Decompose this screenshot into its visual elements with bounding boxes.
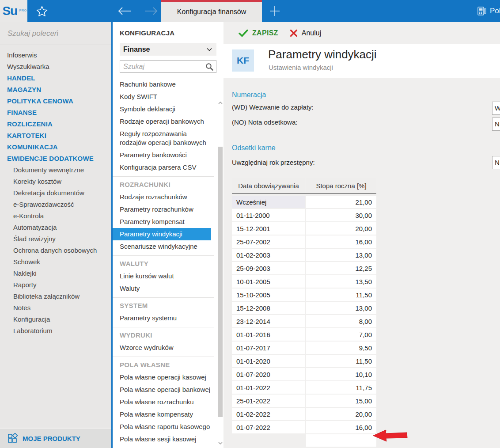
my-products-button[interactable]: MOJE PRODUKTY [0,428,111,448]
config-list-item[interactable]: Pola własne wyciągu bankowego [113,445,214,448]
sidebar-item[interactable]: Dekretacja dokumentów [0,187,111,199]
app-logo[interactable]: Su PRO [0,0,27,22]
table-row[interactable]: 01-07-2022 16,00 [232,421,376,433]
table-row[interactable]: 01-11-2000 30,00 [232,209,376,221]
table-row[interactable]: 25-07-2002 16,00 [232,235,376,248]
table-cell-date[interactable]: 01-01-2022 [232,381,305,394]
language-region-indicator[interactable]: Pols [477,0,500,22]
table-cell-rate[interactable]: 11,50 [306,289,376,301]
config-list-item[interactable]: Scenariusze windykacyjne [113,240,214,253]
table-cell-date[interactable]: 10-01-2005 [232,275,305,288]
table-row[interactable]: 23-12-2014 8,00 [232,315,376,327]
table-cell-date[interactable]: 01-02-2003 [232,249,305,261]
field-wd-input[interactable]: W [492,102,500,115]
cancel-button[interactable]: Anuluj [290,29,321,37]
config-search[interactable] [120,60,216,73]
sidebar-item[interactable]: MAGAZYN [0,84,111,95]
table-cell-rate[interactable]: 7,00 [306,328,376,341]
table-cell-rate[interactable]: 11,50 [306,355,376,367]
config-list-item[interactable]: Kody SWIFT [113,91,214,103]
table-cell-date[interactable]: 01-07-2022 [232,421,305,433]
sidebar-item[interactable]: HANDEL [0,72,111,84]
sidebar-item[interactable]: Dokumenty wewnętrzne [0,164,111,176]
table-row[interactable]: Wcześniej 21,00 [232,196,376,208]
table-cell-rate[interactable]: 8,00 [306,315,376,327]
table-cell-rate[interactable]: 15,00 [306,395,376,407]
table-row[interactable]: 01-01-2022 11,75 [232,381,376,394]
config-list-item[interactable]: Parametry bankowości [113,149,214,161]
config-list-item[interactable]: Rachunki bankowe [113,78,214,91]
config-list-item[interactable]: Konfiguracja parsera CSV [113,161,214,174]
table-row[interactable]: 01-07-2020 10,10 [232,368,376,380]
config-list-item[interactable]: Pola własne kompensaty [113,408,214,421]
table-cell-date[interactable]: 23-12-2014 [232,315,305,327]
table-row[interactable]: 01-02-2022 20,00 [232,408,376,420]
table-row[interactable]: 15-12-2008 13,00 [232,302,376,314]
config-list-item[interactable]: Waluty [113,282,214,295]
table-cell-rate[interactable]: 9,50 [306,342,376,354]
sidebar-item[interactable]: FINANSE [0,107,111,118]
table-row[interactable]: 01-01-2020 11,50 [232,355,376,367]
sidebar-item[interactable]: Biblioteka załączników [0,291,111,302]
sidebar-item[interactable]: EWIDENCJE DODATKOWE [0,153,111,164]
column-header-rate[interactable]: Stopa roczna [%] [306,178,376,193]
table-cell-date[interactable]: 25-09-2003 [232,262,305,274]
table-cell-date[interactable]: 01-02-2022 [232,408,305,420]
sidebar-item[interactable]: KOMUNIKACJA [0,141,111,153]
table-cell-date[interactable]: 15-12-2008 [232,302,305,314]
sidebar-item[interactable]: POLITYKA CENOWA [0,95,111,107]
table-cell-rate[interactable]: 16,00 [306,235,376,248]
table-row[interactable]: 15-10-2005 11,50 [232,289,376,301]
table-cell-date[interactable]: Wcześniej [232,196,305,208]
scrollbar-thumb[interactable] [218,147,223,417]
config-list-item[interactable]: Reguły rozpoznawania rodzajów operacji b… [113,128,214,149]
table-cell-rate[interactable]: 11,75 [306,381,376,394]
table-row[interactable]: 25-09-2003 12,25 [232,262,376,274]
column-header-date[interactable]: Data obowiązywania [232,178,305,193]
table-row[interactable]: 15-12-2001 20,00 [232,222,376,235]
category-select[interactable]: Finanse [120,43,216,56]
table-row[interactable]: 01-01-2016 7,00 [232,328,376,341]
table-cell-rate[interactable]: 13,00 [306,249,376,261]
config-list-item[interactable]: Wzorce wydruków [113,342,214,354]
sidebar-item[interactable]: Korekty kosztów [0,176,111,187]
favorites-button[interactable] [34,4,49,18]
sidebar-item[interactable]: Wyszukiwarka [0,61,111,72]
config-list-item[interactable]: Pola własne rozrachunku [113,396,214,408]
table-cell-date[interactable]: 01-01-2016 [232,328,305,341]
config-list-item[interactable]: Parametry kompensat [113,216,214,228]
table-row[interactable]: 25-01-2022 15,00 [232,395,376,407]
sidebar-item[interactable]: Raporty [0,279,111,291]
config-list-item[interactable]: Pola własne sesji kasowej [113,433,214,445]
table-cell-rate[interactable]: 13,50 [306,275,376,288]
config-list-item[interactable]: SYSTEM [113,297,214,312]
sidebar-item[interactable]: Schowek [0,256,111,268]
config-list-item[interactable]: WYDRUKI [113,327,214,342]
new-tab-button[interactable] [265,4,284,19]
field-no-input[interactable]: N [492,118,500,131]
config-list-item[interactable]: Rodzaje rozrachunków [113,191,214,203]
sidebar-item[interactable]: Konfiguracja [0,314,111,325]
config-list-item[interactable]: Symbole deklaracji [113,103,214,115]
table-cell-date[interactable]: 01-11-2000 [232,209,305,221]
table-cell-rate[interactable]: 30,00 [306,209,376,221]
config-scrollbar[interactable] [217,80,223,448]
config-list-item[interactable]: Parametry windykacji [113,228,211,240]
sidebar-item[interactable]: Infoserwis [0,49,111,61]
table-row[interactable]: 01-07-2017 9,50 [232,342,376,354]
table-row[interactable]: 01-02-2003 13,00 [232,249,376,261]
sidebar-item[interactable]: Naklejki [0,268,111,279]
sidebar-search[interactable] [0,22,111,45]
sidebar-item[interactable]: Automatyzacja [0,222,111,233]
config-list-item[interactable]: Pola własne operacji bankowej [113,383,214,396]
config-list-item[interactable]: ROZRACHUNKI [113,176,214,191]
sidebar-item[interactable]: e-Kontrola [0,210,111,222]
table-cell-rate[interactable]: 20,00 [306,408,376,420]
forward-button[interactable] [142,4,160,19]
table-cell-date[interactable]: 25-01-2022 [232,395,305,407]
table-cell-rate[interactable]: 13,00 [306,302,376,314]
config-list-item[interactable]: Parametry rozrachunków [113,203,214,216]
config-search-input[interactable] [123,63,205,71]
table-cell-date[interactable]: 25-07-2002 [232,235,305,248]
sidebar-item[interactable]: ROZLICZENIA [0,118,111,130]
